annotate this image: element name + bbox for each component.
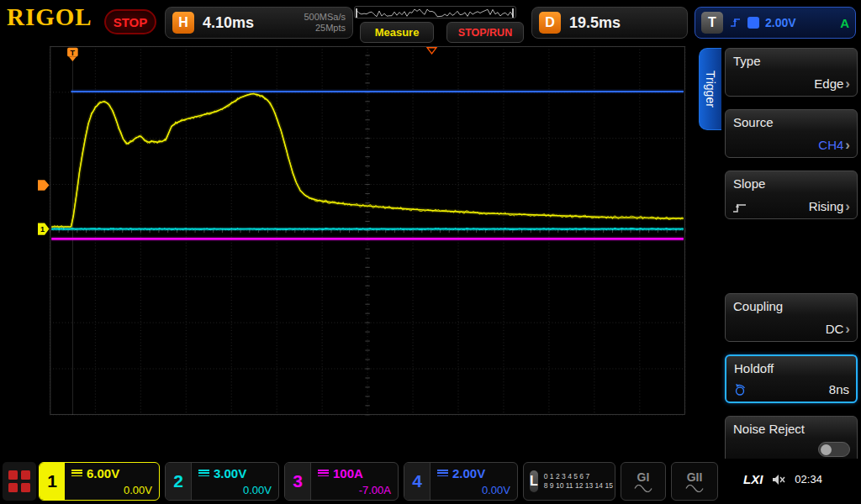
generator-1-box[interactable]: GI xyxy=(621,462,666,501)
strip-waveform xyxy=(357,9,513,17)
noise-reject-toggle[interactable] xyxy=(818,442,850,457)
lxi-badge: LXI xyxy=(743,472,763,486)
status-cluster: LXI 02:34 xyxy=(743,472,822,486)
channel-4-offset: 0.00V xyxy=(482,484,510,496)
channel-2-values: 3.00V 0.00V xyxy=(192,463,278,500)
menu-grid-icon xyxy=(8,483,18,492)
channel-1-scale: 6.00V xyxy=(87,466,119,480)
timebase-value: 4.10ms xyxy=(203,14,254,32)
graticule: T1 xyxy=(0,46,721,459)
slope-value: Rising xyxy=(809,199,844,213)
logic-row-2: 8 9 10 11 12 13 14 15 xyxy=(544,481,613,491)
run-state-badge: STOP xyxy=(104,9,156,34)
trigger-slope-icon xyxy=(729,17,742,29)
menu-item-noise-reject[interactable]: Noise Reject xyxy=(725,416,858,465)
trigger-mode-flag: A xyxy=(840,16,849,30)
chevron-right-icon: › xyxy=(845,322,850,336)
stop-run-button[interactable]: STOP/RUN xyxy=(446,22,524,43)
menu-grid-icon xyxy=(21,483,30,492)
rising-edge-icon xyxy=(732,202,747,213)
menu-item-holdoff[interactable]: Holdoff 8ns xyxy=(725,354,858,403)
delay-settings-box[interactable]: D 19.5ms xyxy=(531,7,688,39)
main-menu-button[interactable] xyxy=(3,462,36,501)
channel-4-number: 4 xyxy=(404,463,430,500)
channel-2-offset: 0.00V xyxy=(243,484,272,496)
toggle-knob xyxy=(821,444,832,455)
trigger-time-marker xyxy=(69,57,77,61)
measure-button[interactable]: Measure xyxy=(360,22,434,43)
scale-icon xyxy=(437,470,448,477)
channel-4-values: 2.00V 0.00V xyxy=(430,463,517,500)
knob-icon xyxy=(733,383,747,396)
channel-1-values: 6.00V 0.00V xyxy=(65,463,159,500)
channel-3-box[interactable]: 3 100A -7.00A xyxy=(284,462,399,501)
trigger-menu-tab[interactable]: Trigger xyxy=(699,48,721,130)
logic-channel-list: 0 1 2 3 4 5 6 7 8 9 10 11 12 13 14 15 xyxy=(544,472,613,491)
channel-4-box[interactable]: 4 2.00V 0.00V xyxy=(404,462,518,501)
channel-2-scale: 3.00V xyxy=(214,466,246,480)
scale-icon xyxy=(318,470,329,477)
menu-value-holdoff: 8ns xyxy=(829,382,849,396)
channel-1-number: 1 xyxy=(40,463,65,500)
menu-value-source: CH4 › xyxy=(818,138,850,152)
trigger-source-swatch xyxy=(747,17,759,29)
source-value: CH4 xyxy=(818,138,843,152)
holdoff-value: 8ns xyxy=(829,382,849,396)
menu-value-coupling: DC › xyxy=(826,322,850,336)
generator-1-label: GI xyxy=(637,470,650,484)
generator-2-label: GII xyxy=(687,470,703,484)
sample-rate: 500MSa/s xyxy=(304,12,346,23)
channel-1-box[interactable]: 1 6.00V 0.00V xyxy=(39,462,160,501)
logic-key-icon: L xyxy=(530,470,538,492)
menu-label-noise-reject: Noise Reject xyxy=(733,422,849,436)
channel-1-offset: 0.00V xyxy=(124,484,152,496)
menu-label-type: Type xyxy=(733,54,849,68)
menu-item-coupling[interactable]: Coupling DC › xyxy=(725,293,858,342)
type-value: Edge xyxy=(814,76,843,91)
horizontal-key-icon: H xyxy=(172,12,194,34)
logic-row-1: 0 1 2 3 4 5 6 7 xyxy=(544,472,613,481)
menu-item-type[interactable]: Type Edge › xyxy=(725,48,858,97)
memory-depth: 25Mpts xyxy=(304,23,346,34)
delay-position-marker xyxy=(427,48,436,54)
channel-4-scale: 2.00V xyxy=(452,466,485,480)
scale-icon xyxy=(198,470,209,477)
trigger-level-value: 2.00V xyxy=(765,16,796,29)
generator-2-box[interactable]: GII xyxy=(671,462,718,501)
menu-value-slope: Rising › xyxy=(809,199,850,213)
sine-wave-icon xyxy=(634,485,652,492)
scale-icon xyxy=(71,470,82,477)
menu-label-slope: Slope xyxy=(733,176,849,191)
menu-label-holdoff: Holdoff xyxy=(734,361,848,375)
menu-grid-icon xyxy=(8,470,18,480)
trigger-time-label: T xyxy=(71,49,76,57)
channel-3-offset: -7.00A xyxy=(359,484,391,496)
chevron-right-icon: › xyxy=(845,199,850,213)
channel-3-values: 100A -7.00A xyxy=(311,463,398,500)
delay-value: 19.5ms xyxy=(569,14,621,32)
waveform-position-strip[interactable] xyxy=(354,6,516,18)
channel-3-number: 3 xyxy=(285,463,311,500)
channel-3-scale: 100A xyxy=(333,466,363,480)
channel-1-zero-label: 1 xyxy=(40,225,45,234)
horizontal-settings-box[interactable]: H 4.10ms 500MSa/s 25Mpts xyxy=(165,7,353,39)
trigger-level-marker xyxy=(38,180,49,191)
logic-channels-box[interactable]: L 0 1 2 3 4 5 6 7 8 9 10 11 12 13 14 15 xyxy=(523,462,615,501)
menu-item-slope[interactable]: Slope Rising › xyxy=(725,171,858,219)
channel-2-box[interactable]: 2 3.00V 0.00V xyxy=(165,462,279,501)
menu-label-coupling: Coupling xyxy=(733,299,849,313)
coupling-value: DC xyxy=(826,322,844,336)
chevron-right-icon: › xyxy=(845,138,850,152)
sine-wave-icon xyxy=(685,485,704,492)
trigger-status-box[interactable]: T 2.00V A xyxy=(695,7,856,39)
menu-value-type: Edge › xyxy=(814,76,850,91)
menu-grid-icon xyxy=(21,470,30,480)
trigger-menu: Type Edge › Source CH4 › Slope Rising › … xyxy=(721,46,861,470)
ch1-trace-noise xyxy=(51,93,682,228)
waveform-display[interactable]: T1 xyxy=(0,46,721,459)
rigol-logo: RIGOL xyxy=(7,3,92,31)
channel-2-number: 2 xyxy=(166,463,192,500)
menu-item-source[interactable]: Source CH4 › xyxy=(725,109,858,158)
speaker-muted-icon[interactable] xyxy=(772,474,785,486)
strip-minimap xyxy=(355,8,515,18)
